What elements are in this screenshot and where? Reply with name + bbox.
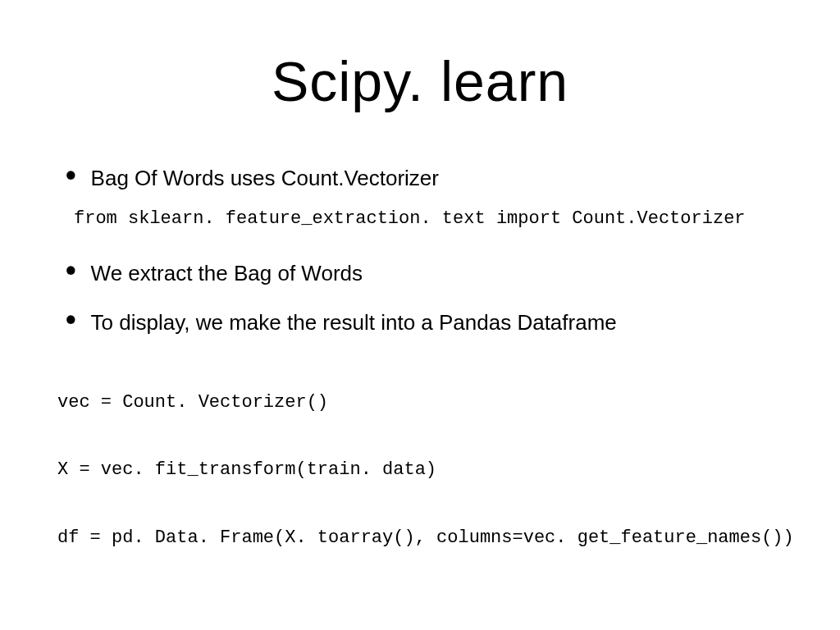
code-import-line: from sklearn. feature_extraction. text i… bbox=[74, 208, 783, 231]
bullet-text-3: To display, we make the result into a Pa… bbox=[91, 303, 617, 337]
slide-container: Scipy. learn • Bag Of Words uses Count.V… bbox=[0, 0, 840, 630]
code-line-3: df = pd. Data. Frame(X. toarray(), colum… bbox=[57, 527, 783, 550]
code-line-2: X = vec. fit_transform(train. data) bbox=[57, 459, 783, 482]
bullet-item-3: • To display, we make the result into a … bbox=[57, 303, 783, 337]
bullet-dot-icon: • bbox=[66, 161, 76, 190]
code-line-1: vec = Count. Vectorizer() bbox=[57, 391, 783, 414]
bullet-item-2: • We extract the Bag of Words bbox=[57, 253, 783, 288]
bullet-text-1: Bag Of Words uses Count.Vectorizer bbox=[91, 158, 439, 193]
bullet-item-1: • Bag Of Words uses Count.Vectorizer bbox=[57, 158, 783, 193]
bullet-dot-icon: • bbox=[66, 305, 76, 335]
slide-title: Scipy. learn bbox=[57, 49, 783, 113]
code-block: vec = Count. Vectorizer() X = vec. fit_t… bbox=[57, 346, 783, 595]
bullet-text-2: We extract the Bag of Words bbox=[91, 253, 363, 288]
bullet-dot-icon: • bbox=[66, 256, 76, 285]
